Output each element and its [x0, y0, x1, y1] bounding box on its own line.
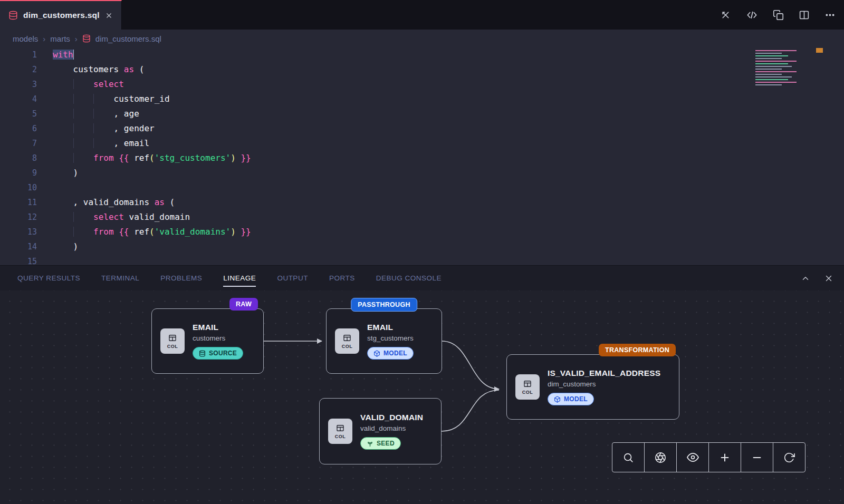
breadcrumb-separator: › — [43, 34, 45, 43]
code-line[interactable]: 1with — [0, 47, 844, 62]
raw-badge: RAW — [229, 298, 258, 311]
tab-debug-console[interactable]: DEBUG CONSOLE — [376, 274, 442, 282]
cube-icon — [554, 396, 561, 403]
code-line[interactable]: 5 , age — [0, 106, 844, 121]
table-icon — [168, 333, 177, 343]
editor-actions — [720, 0, 836, 30]
seedling-icon — [367, 440, 373, 447]
collapse-panel-icon[interactable] — [801, 274, 810, 283]
transformation-badge: TRANSFORMATION — [599, 344, 676, 356]
code-line[interactable]: 10 — [0, 180, 844, 195]
code-line[interactable]: 11 , valid_domains as ( — [0, 195, 844, 210]
minimap[interactable] — [752, 49, 811, 90]
breadcrumb-separator: › — [75, 34, 78, 43]
tab-query-results[interactable]: QUERY RESULTS — [17, 274, 80, 282]
lineage-node-dim-customers[interactable]: TRANSFORMATION COL IS_VALID_EMAIL_ADDRES… — [506, 354, 679, 420]
code-line[interactable]: 7 , email — [0, 136, 844, 151]
seed-badge: SEED — [360, 437, 401, 450]
aperture-button[interactable] — [644, 443, 676, 472]
code-line[interactable]: 6 , gender — [0, 121, 844, 136]
code-line[interactable]: 9 ) — [0, 166, 844, 180]
breadcrumb-segment-marts[interactable]: marts — [50, 34, 70, 43]
column-icon-label: COL — [335, 434, 346, 439]
node-title: IS_VALID_EMAIL_ADDRESS — [548, 369, 660, 378]
passthrough-badge: PASSTHROUGH — [351, 298, 417, 312]
more-actions-icon[interactable] — [824, 9, 836, 21]
column-icon: COL — [515, 374, 540, 400]
search-button[interactable] — [612, 443, 644, 472]
split-editor-icon[interactable] — [799, 9, 810, 21]
tab-output[interactable]: OUTPUT — [277, 274, 308, 282]
seed-badge-label: SEED — [377, 440, 395, 447]
column-icon: COL — [328, 419, 352, 444]
code-icon[interactable] — [746, 9, 758, 21]
editor-tab-bar: dim_customers.sql — [0, 0, 844, 30]
column-icon-label: COL — [342, 344, 353, 349]
lineage-node-stg-customers[interactable]: PASSTHROUGH COL EMAIL stg_customers MODE… — [326, 308, 442, 374]
plus-icon — [719, 452, 731, 463]
code-line[interactable]: 3 select — [0, 77, 844, 92]
refresh-button[interactable] — [773, 443, 805, 472]
zoom-out-button[interactable] — [741, 443, 773, 472]
column-icon-label: COL — [522, 390, 533, 395]
database-icon — [8, 11, 18, 20]
cube-icon — [373, 350, 380, 357]
copy-icon[interactable] — [773, 9, 784, 21]
model-badge: MODEL — [367, 347, 414, 360]
tab-terminal[interactable]: TERMINAL — [101, 274, 139, 282]
column-icon: COL — [160, 328, 185, 354]
panel-tab-bar: QUERY RESULTS TERMINAL PROBLEMS LINEAGE … — [0, 265, 844, 290]
refresh-icon — [783, 452, 795, 463]
overview-ruler-marker — [816, 48, 823, 53]
breadcrumb-file[interactable]: dim_customers.sql — [95, 34, 161, 43]
code-line[interactable]: 4 customer_id — [0, 92, 844, 106]
ide-window: dim_customers.sql models › marts › dim_c… — [0, 0, 844, 504]
code-line[interactable]: 13 from {{ ref('valid_domains') }} — [0, 225, 844, 239]
code-lines: 1with2 customers as (3 select4 customer_… — [0, 47, 844, 265]
search-icon — [622, 452, 634, 463]
table-icon — [342, 333, 352, 343]
code-line[interactable]: 14 ) — [0, 239, 844, 254]
breadcrumb: models › marts › dim_customers.sql — [0, 30, 844, 47]
node-title: EMAIL — [193, 323, 243, 332]
source-badge: SOURCE — [193, 347, 243, 360]
visibility-button[interactable] — [676, 443, 708, 472]
column-icon-label: COL — [167, 344, 178, 349]
column-icon: COL — [335, 328, 359, 354]
eye-icon — [687, 451, 699, 463]
close-panel-icon[interactable] — [824, 274, 833, 283]
source-badge-label: SOURCE — [209, 350, 237, 357]
aperture-icon — [655, 452, 666, 463]
table-icon — [335, 423, 345, 433]
panel-actions — [801, 266, 833, 291]
tab-title: dim_customers.sql — [23, 11, 100, 20]
code-line[interactable]: 12 select valid_domain — [0, 210, 844, 225]
format-icon[interactable] — [720, 9, 731, 21]
zoom-in-button[interactable] — [708, 443, 741, 472]
lineage-toolbar — [612, 442, 805, 472]
breadcrumb-segment-models[interactable]: models — [13, 34, 38, 43]
code-line[interactable]: 8 from {{ ref('stg_customers') }} — [0, 151, 844, 166]
code-editor[interactable]: 1with2 customers as (3 select4 customer_… — [0, 47, 844, 265]
lineage-canvas[interactable]: RAW COL EMAIL customers SOURCE PASSTHROU… — [0, 290, 844, 504]
database-icon — [199, 350, 206, 357]
database-icon — [82, 34, 91, 43]
tab-ports[interactable]: PORTS — [329, 274, 355, 282]
node-title: EMAIL — [367, 323, 414, 332]
code-line[interactable]: 15 — [0, 254, 844, 265]
minus-icon — [751, 452, 763, 463]
lineage-node-customers[interactable]: RAW COL EMAIL customers SOURCE — [151, 308, 264, 374]
tab-problems[interactable]: PROBLEMS — [160, 274, 202, 282]
table-icon — [523, 379, 532, 389]
tab-lineage[interactable]: LINEAGE — [223, 274, 256, 282]
model-badge-label: MODEL — [383, 350, 407, 357]
node-subtitle: valid_domains — [360, 424, 423, 432]
node-title: VALID_DOMAIN — [360, 413, 423, 422]
model-badge-label: MODEL — [564, 395, 588, 403]
node-subtitle: stg_customers — [367, 334, 414, 342]
lineage-node-valid-domains[interactable]: COL VALID_DOMAIN valid_domains SEED — [319, 398, 442, 464]
close-tab-icon[interactable] — [105, 12, 113, 20]
tab-dim-customers-sql[interactable]: dim_customers.sql — [0, 0, 122, 30]
code-line[interactable]: 2 customers as ( — [0, 62, 844, 77]
model-badge: MODEL — [548, 393, 594, 405]
